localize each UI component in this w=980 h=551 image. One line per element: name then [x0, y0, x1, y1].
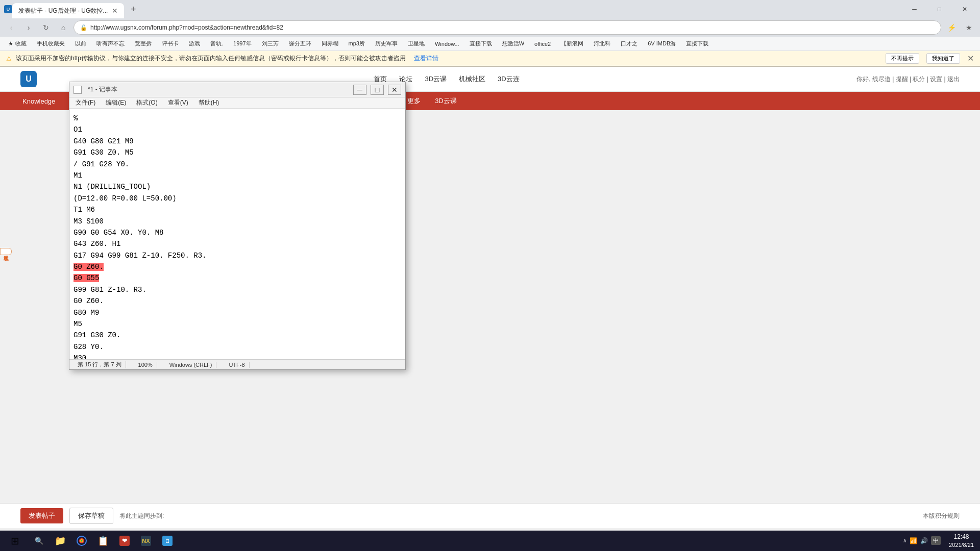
forum-nav-knowledge[interactable]: Knowledge [20, 97, 57, 105]
bookmark-prev[interactable]: 以前 [71, 39, 90, 48]
windows-icon: ⊞ [11, 535, 19, 547]
know-button[interactable]: 我知道了 [926, 53, 960, 64]
bookmark-sina[interactable]: 【新浪网 [557, 39, 587, 48]
security-warning-bar: ⚠ 该页面采用不加密的http传输协议，与你建立的连接不安全，请勿在页面内输入任… [0, 51, 980, 66]
start-button[interactable]: ⊞ [2, 532, 28, 550]
app3-icon: 📋 [97, 535, 109, 547]
taskbar-right-area: ∧ 📶 🔊 中 12:48 2021/8/21 [899, 533, 978, 548]
new-tab-button[interactable]: + [126, 2, 140, 16]
url-bar[interactable]: 🔓 http://www.ugsnx.com/forum.php?mod=pos… [74, 20, 941, 35]
refresh-button[interactable]: ↻ [39, 20, 53, 35]
nx-icon: NX [140, 535, 152, 547]
menu-format[interactable]: 格式(O) [132, 97, 161, 108]
bookmark-mp3[interactable]: mp3所 [345, 39, 369, 48]
bookmark-audio[interactable]: 听有声不忘 [92, 39, 129, 48]
notepad-window: *1 - 记事本 ─ □ ✕ 文件(F) 编辑(E) 格式(O) 查看(V) 帮… [69, 82, 406, 370]
bookmark-music[interactable]: 音轨. [206, 39, 227, 48]
maximize-button[interactable]: □ [928, 2, 951, 17]
tray-up-icon[interactable]: ∧ [903, 538, 906, 543]
post-submit-button[interactable]: 发表帖子 [20, 508, 63, 523]
bookmark-office[interactable]: office2 [530, 40, 555, 48]
bookmark-1997[interactable]: 1997年 [229, 39, 255, 48]
home-button[interactable]: ⌂ [56, 20, 70, 35]
security-close-icon[interactable]: ✕ [967, 54, 974, 63]
taskbar-app3[interactable]: 📋 [93, 532, 113, 550]
bookmark-mobile[interactable]: 手机收藏夹 [33, 39, 69, 48]
notepad-close-button[interactable]: ✕ [388, 85, 401, 95]
taskbar-nx[interactable]: NX [136, 532, 156, 550]
browser-taskbar-icon [76, 535, 88, 547]
bookmark-fate[interactable]: 缘分五环 [285, 39, 315, 48]
dismiss-button[interactable]: 不再提示 [886, 53, 919, 64]
search-taskbar-icon: 🔍 [33, 535, 45, 547]
bookmark-windows[interactable]: Window... [431, 40, 463, 48]
bookmark-speech[interactable]: 口才之 [617, 39, 642, 48]
notepad-maximize-button[interactable]: □ [371, 85, 384, 95]
close-button[interactable]: ✕ [953, 2, 976, 17]
forum-nav-3dcourse[interactable]: 3D云课 [433, 96, 459, 106]
extensions-button[interactable]: ⚡ [944, 20, 959, 35]
menu-view[interactable]: 查看(V) [164, 97, 192, 108]
back-button[interactable]: ‹ [4, 20, 18, 35]
clock-date: 2021/8/21 [949, 541, 974, 548]
bookmark-repair[interactable]: 竞整拆 [131, 39, 156, 48]
nav-3d-courses[interactable]: 3D云课 [425, 74, 447, 84]
system-tray: ∧ 📶 🔊 中 [899, 536, 945, 545]
cursor-position: 第 15 行，第 7 列 [74, 361, 126, 368]
taskbar-app4[interactable]: ❤ [114, 532, 135, 550]
bookmark-download1[interactable]: 直接下载 [465, 39, 496, 48]
taskbar-search[interactable]: 🔍 [29, 532, 49, 550]
bookmark-liu[interactable]: 刘三芳 [258, 39, 283, 48]
site-user-area: 你好, 线尽道 | 提醒 | 积分 | 设置 | 退出 [856, 75, 960, 84]
ime-icon[interactable]: 中 [931, 536, 941, 545]
minimize-button[interactable]: ─ [903, 2, 926, 17]
line-ending: Windows (CRLF) [165, 362, 217, 368]
notepad-menubar: 文件(F) 编辑(E) 格式(O) 查看(V) 帮助(H) [69, 97, 405, 109]
notepad-text-area[interactable]: % O1 G40 G80 G21 M9 G91 G30 Z0. M5 / G91… [69, 109, 405, 359]
bookmark-history[interactable]: 历史军事 [371, 39, 402, 48]
bookmark-tch[interactable]: 同赤糊 [317, 39, 342, 48]
bookmark-hebei[interactable]: 河北科 [590, 39, 615, 48]
encoding: UTF-8 [225, 362, 249, 368]
warning-icon: ⚠ [6, 55, 12, 62]
notepad-app-icon [74, 86, 82, 94]
taskbar-file-explorer[interactable]: 📁 [50, 532, 70, 550]
taskbar-app6[interactable]: 🗒 [157, 532, 178, 550]
bookmark-books[interactable]: 评书卡 [158, 39, 183, 48]
active-tab[interactable]: 发表帖子 - UG后处理 - UG数控... ✕ [12, 3, 124, 18]
user-info: 你好, 线尽道 | 提醒 | 积分 | 设置 | 退出 [856, 75, 960, 84]
online-service-sidebar[interactable]: 在线客服 [0, 248, 12, 255]
sync-label: 将此主题同步到: [119, 512, 164, 520]
menu-help[interactable]: 帮助(H) [194, 97, 224, 108]
bookmark-imdb[interactable]: 6V IMDB游 [644, 39, 680, 48]
menu-edit[interactable]: 编辑(E) [102, 97, 130, 108]
highlighted-line: G0 G55 [74, 274, 99, 282]
tab-bar: U 发表帖子 - UG后处理 - UG数控... ✕ + ─ □ ✕ [0, 0, 980, 18]
bookmark-star-icon: ★ [8, 40, 13, 47]
bookmark-activate[interactable]: 想激活W [498, 39, 528, 48]
network-icon[interactable]: 📶 [910, 537, 917, 544]
forward-button[interactable]: › [21, 20, 36, 35]
nav-mechanical[interactable]: 机械社区 [459, 74, 485, 84]
clock-time: 12:48 [949, 533, 974, 541]
wifi-icon[interactable]: 🔊 [920, 537, 928, 544]
save-draft-button[interactable]: 保存草稿 [69, 508, 113, 524]
menu-file[interactable]: 文件(F) [71, 97, 100, 108]
site-logo: U [20, 71, 37, 87]
file-explorer-icon: 📁 [54, 535, 66, 547]
bookmark-satellite[interactable]: 卫星地 [404, 39, 429, 48]
bookmark-download2[interactable]: 直接下载 [682, 39, 713, 48]
svg-point-3 [81, 540, 83, 542]
tab-close-button[interactable]: ✕ [112, 7, 118, 15]
notepad-statusbar: 第 15 行，第 7 列 100% Windows (CRLF) UTF-8 [69, 359, 405, 369]
notepad-minimize-button[interactable]: ─ [353, 85, 366, 95]
detail-link[interactable]: 查看详情 [414, 54, 438, 63]
nav-3d-cloud[interactable]: 3D云连 [498, 74, 520, 84]
bookmark-games[interactable]: 游戏 [185, 39, 204, 48]
forum-nav-more[interactable]: 更多 [405, 96, 423, 106]
bookmark-collections[interactable]: ★ 收藏 [4, 39, 31, 48]
taskbar-clock[interactable]: 12:48 2021/8/21 [949, 533, 974, 548]
bookmark-button[interactable]: ★ [962, 20, 976, 35]
points-rules-link[interactable]: 本版积分规则 [923, 512, 960, 520]
taskbar-browser[interactable] [71, 532, 92, 550]
